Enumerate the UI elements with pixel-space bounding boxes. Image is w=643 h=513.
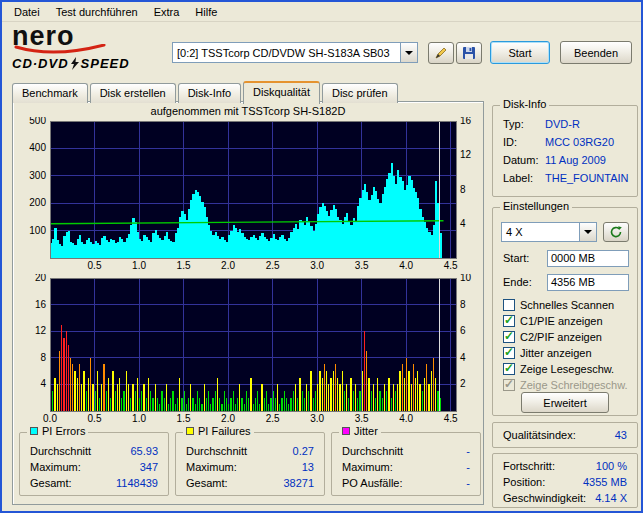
checkbox-icon [503,347,515,359]
checkbox-c1-pie-anzeigen[interactable]: C1/PIE anzeigen [503,314,603,328]
info-label: Typ: [503,118,524,130]
checkbox-schnelles-scannen[interactable]: Schnelles Scannen [503,298,614,312]
svg-text:8: 8 [460,299,466,310]
refresh-button[interactable] [603,222,629,242]
stat-value: 1148439 [116,477,158,489]
svg-text:4: 4 [460,352,466,363]
stat-value: 13 [302,461,314,473]
position-label: Position: [503,476,545,488]
position-value: 4355 MB [583,476,627,488]
tab-benchmark[interactable]: Benchmark [12,83,88,103]
svg-text:2.5: 2.5 [266,260,280,271]
svg-text:12: 12 [35,325,47,336]
stat-value: 347 [140,461,158,473]
nero-logo: nero CD·DVD SPEED [12,24,162,74]
info-value: DVD-R [545,118,580,130]
checkbox-c2-pif-anzeigen[interactable]: C2/PIF anzeigen [503,330,602,344]
tab-disk-erstellen[interactable]: Disk erstellen [90,83,176,103]
svg-text:400: 400 [29,142,46,153]
chevron-down-icon[interactable] [579,223,596,241]
progress-row: Fortschritt: 100 % [503,460,627,473]
quality-index-box: Qualitätsindex: 43 [492,422,638,448]
speed-selector-combobox[interactable]: 4 X [501,222,597,242]
nero-swoosh [14,44,106,56]
checkbox-label: Zeige Schreibgeschw. [520,379,628,391]
save-button[interactable] [456,42,482,64]
svg-text:3.0: 3.0 [310,413,324,424]
progress-value: 100 % [596,460,627,472]
start-position-label: Start: [503,252,529,265]
stat-row: PO Ausfälle: - [342,477,470,490]
stat-row: Durchschnitt 0.27 [186,445,314,458]
stat-label: Durchschnitt [30,445,91,457]
stat-label: Durchschnitt [186,445,247,457]
pi-errors-title: PI Errors [42,425,85,437]
disk-info-row-label: Label: THE_FOUNTAIN [503,172,629,185]
stat-label: Maximum: [186,461,237,473]
stat-value: 38271 [283,477,314,489]
drive-selector-combobox[interactable]: [0:2] TSSTcorp CD/DVDW SH-S183A SB03 [172,42,418,63]
chevron-down-icon[interactable] [400,43,417,62]
end-position-field[interactable]: 4356 MB [547,274,629,291]
settings-title-text: Einstellungen [503,200,569,212]
pi-errors-legend: PI Errors [27,425,88,437]
tab-disc-pruefen[interactable]: Disc prüfen [322,83,398,103]
stat-row: Gesamt: 38271 [186,477,314,490]
start-button[interactable]: Start [490,41,550,64]
disk-info-row-id: ID: MCC 03RG20 [503,136,629,149]
menu-datei[interactable]: Datei [6,3,48,21]
menu-extra[interactable]: Extra [146,3,188,21]
svg-text:2.0: 2.0 [221,260,235,271]
pi-errors-swatch-icon [30,427,38,435]
position-row: Position: 4355 MB [503,476,627,489]
checkbox-jitter-anzeigen[interactable]: Jitter anzeigen [503,346,592,360]
checkbox-zeige-lesegeschw[interactable]: Zeige Lesegeschw. [503,362,614,376]
speed-label: Geschwindigkeit: [503,492,586,504]
svg-text:3.5: 3.5 [355,260,369,271]
pi-failures-swatch-icon [186,427,194,435]
disk-info-box: Disk-Info Typ: DVD-R ID: MCC 03RG20 Datu… [492,105,638,197]
svg-text:300: 300 [29,170,46,181]
svg-text:4.0: 4.0 [399,413,413,424]
speed-value: 4.14 X [595,492,627,504]
pen-button[interactable] [428,42,454,64]
end-position-label: Ende: [503,276,532,289]
checkbox-icon [503,379,515,391]
menu-test-durchfuehren[interactable]: Test durchführen [48,3,146,21]
menu-bar: Datei Test durchführen Extra Hilfe [2,2,641,22]
lightning-icon [71,57,79,70]
svg-text:0.0: 0.0 [43,413,57,424]
advanced-button[interactable]: Erweitert [521,392,609,413]
tab-disk-info[interactable]: Disk-Info [178,83,241,103]
svg-text:4: 4 [460,218,466,229]
svg-text:1.0: 1.0 [132,413,146,424]
svg-text:2.0: 2.0 [221,413,235,424]
svg-text:100: 100 [29,225,46,236]
speed-row: Geschwindigkeit: 4.14 X [503,492,627,505]
tab-bar: Benchmark Disk erstellen Disk-Info Diskq… [12,81,400,103]
svg-text:4.0: 4.0 [399,260,413,271]
start-position-field[interactable]: 0000 MB [547,250,629,267]
progress-box: Fortschritt: 100 % Position: 4355 MB Ges… [492,453,638,508]
disk-info-row-datum: Datum: 11 Aug 2009 [503,154,629,167]
svg-text:1.5: 1.5 [177,260,191,271]
quit-button[interactable]: Beenden [560,41,632,64]
progress-label: Fortschritt: [503,460,555,472]
stat-value: 0.27 [293,445,314,457]
svg-text:8: 8 [460,184,466,195]
info-value: MCC 03RG20 [545,136,614,148]
pi-failures-stats-box: PI Failures Durchschnitt 0.27 Maximum: 1… [175,432,325,496]
pi-failures-legend: PI Failures [183,425,254,437]
stat-label: Gesamt: [186,477,228,489]
svg-text:1.5: 1.5 [177,413,191,424]
tab-diskqualitaet[interactable]: Diskqualität [243,81,320,104]
svg-text:4.5: 4.5 [444,260,458,271]
menu-hilfe[interactable]: Hilfe [187,3,225,21]
svg-text:3.0: 3.0 [310,260,324,271]
svg-text:16: 16 [460,117,472,126]
pi-errors-stats-box: PI Errors Durchschnitt 65.93 Maximum: 34… [19,432,169,496]
checkbox-icon [503,363,515,375]
svg-text:0.5: 0.5 [88,413,102,424]
app-window: Datei Test durchführen Extra Hilfe nero … [0,0,643,513]
checkbox-label: Jitter anzeigen [520,347,592,359]
